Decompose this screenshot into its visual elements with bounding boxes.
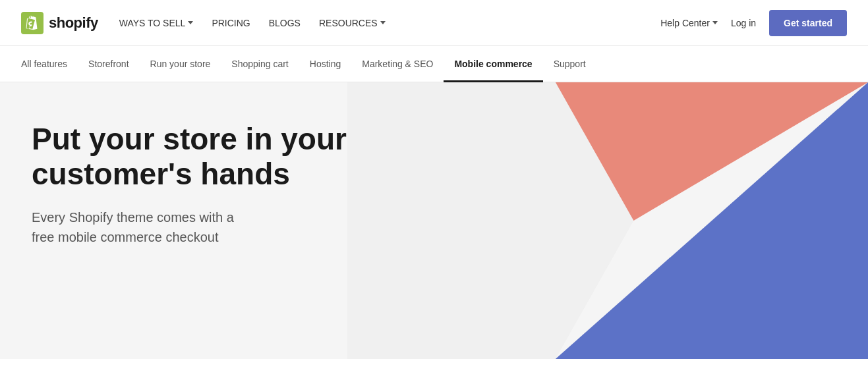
svg-rect-0	[21, 12, 43, 34]
subnav-run-your-store[interactable]: Run your store	[140, 46, 221, 82]
top-navigation: shopify WAYS TO SELL PRICING BLOGS RESOU…	[0, 0, 868, 46]
subnav-storefront[interactable]: Storefront	[78, 46, 139, 82]
hero-section: Put your store in your customer's hands …	[0, 82, 868, 359]
nav-item-blogs[interactable]: BLOGS	[269, 18, 301, 28]
subnav-hosting[interactable]: Hosting	[299, 46, 351, 82]
top-nav-left: shopify WAYS TO SELL PRICING BLOGS RESOU…	[21, 12, 386, 34]
sub-navigation: All features Storefront Run your store S…	[0, 46, 868, 82]
subnav-mobile-commerce[interactable]: Mobile commerce	[444, 46, 542, 82]
nav-item-resources[interactable]: RESOURCES	[319, 18, 386, 28]
hero-background-geometry	[347, 82, 868, 359]
subnav-shopping-cart[interactable]: Shopping cart	[221, 46, 299, 82]
subnav-all-features[interactable]: All features	[21, 46, 78, 82]
hero-title: Put your store in your customer's hands	[32, 122, 364, 192]
help-center-chevron-icon	[712, 21, 718, 24]
ways-to-sell-chevron-icon	[188, 21, 193, 24]
top-nav-right: Help Center Log in Get started	[660, 10, 847, 36]
resources-chevron-icon	[380, 21, 386, 24]
hero-subtitle: Every Shopify theme comes with afree mob…	[32, 207, 364, 247]
help-center-link[interactable]: Help Center	[660, 18, 718, 28]
subnav-support[interactable]: Support	[543, 46, 596, 82]
get-started-button[interactable]: Get started	[769, 10, 847, 36]
logo-link[interactable]: shopify	[21, 12, 98, 34]
login-button[interactable]: Log in	[731, 18, 756, 28]
main-nav-list: WAYS TO SELL PRICING BLOGS RESOURCES	[119, 18, 386, 28]
hero-content: Put your store in your customer's hands …	[0, 82, 395, 286]
nav-item-ways-to-sell[interactable]: WAYS TO SELL	[119, 18, 194, 28]
nav-item-pricing[interactable]: PRICING	[212, 18, 250, 28]
subnav-marketing-seo[interactable]: Marketing & SEO	[351, 46, 444, 82]
shopify-logo-icon	[21, 12, 43, 34]
logo-text: shopify	[49, 14, 98, 32]
